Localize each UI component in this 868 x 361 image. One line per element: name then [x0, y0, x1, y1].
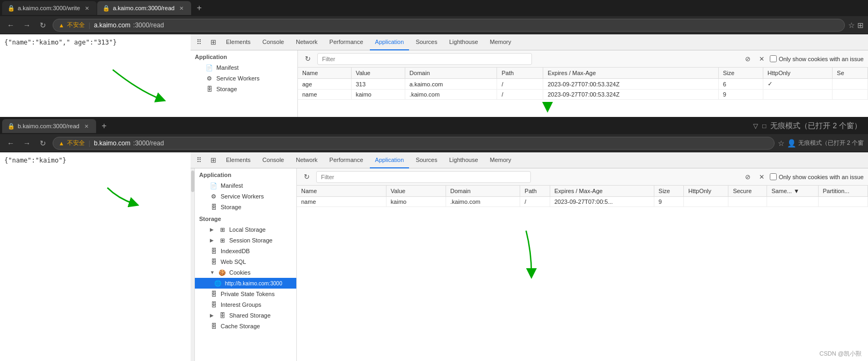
bottom-col-secure[interactable]: Secure	[728, 186, 767, 197]
tab-read-active[interactable]: 🔒 a.kaimo.com:3000/read ✕	[97, 1, 191, 15]
bottom-col-httponly[interactable]: HttpOnly	[684, 186, 728, 197]
tab-elements[interactable]: Elements	[221, 34, 256, 50]
table-row[interactable]: name kaimo .kaimo.com / 2023-09-27T07:00…	[298, 90, 868, 100]
bottom-tab-favicon: 🔒	[8, 123, 15, 130]
bottom-sidebar-storage-main[interactable]: 🗄 Storage	[195, 202, 296, 212]
reload-button[interactable]: ↻	[37, 19, 49, 32]
bottom-session-storage[interactable]: ▶ ⊞ Session Storage	[195, 235, 296, 246]
bottom-tab-lighthouse[interactable]: Lighthouse	[444, 152, 484, 168]
bottom-sidebar-manifest[interactable]: 📄 Manifest	[195, 180, 296, 191]
bottom-tab-network[interactable]: Network	[290, 152, 323, 168]
top-filter-input[interactable]	[317, 53, 532, 65]
tab-network[interactable]: Network	[290, 34, 323, 50]
top-clear-btn[interactable]: ⊘	[742, 53, 754, 65]
bottom-tab-memory[interactable]: Memory	[485, 152, 517, 168]
devtools-icon-2[interactable]: ⊞	[207, 36, 220, 49]
col-size[interactable]: Size	[718, 68, 763, 79]
top-devtools-sidebar: Application 📄 Manifest ⚙ Service Workers…	[191, 50, 298, 117]
bottom-interest-groups[interactable]: 🗄 Interest Groups	[195, 299, 296, 310]
bottom-col-domain[interactable]: Domain	[446, 186, 520, 197]
bottom-cache-storage[interactable]: 🗄 Cache Storage	[195, 321, 296, 331]
bottom-tab-application[interactable]: Application	[370, 152, 410, 168]
table-row[interactable]: name kaimo .kaimo.com / 2023-09-27T07:00…	[297, 197, 868, 207]
bottom-tab-sources[interactable]: Sources	[410, 152, 442, 168]
bottom-tab-console[interactable]: Console	[257, 152, 289, 168]
tab-lighthouse[interactable]: Lighthouse	[444, 34, 484, 50]
bottom-url-bar[interactable]: ▲ 不安全 | b.kaimo.com :3000/read	[53, 137, 775, 150]
bottom-col-path[interactable]: Path	[520, 186, 550, 197]
sidebar-service-workers[interactable]: ⚙ Service Workers	[191, 73, 297, 84]
bottom-close-btn[interactable]: ✕	[756, 171, 768, 183]
back-button[interactable]: ←	[4, 19, 17, 32]
tab-close-read[interactable]: ✕	[177, 4, 186, 12]
new-tab-button[interactable]: +	[192, 1, 207, 16]
table-row[interactable]: age 313 a.kaimo.com / 2023-09-27T07:00:5…	[298, 79, 868, 90]
col-name[interactable]: Name	[298, 68, 351, 79]
tab-write[interactable]: 🔒 a.kaimo.com:3000/write ✕	[2, 1, 97, 15]
window-maximize-icon[interactable]: □	[762, 122, 766, 130]
col-expires[interactable]: Expires / Max-Age	[543, 68, 718, 79]
top-browser-window: 🔒 a.kaimo.com:3000/write ✕ 🔒 a.kaimo.com…	[0, 0, 868, 117]
col-httponly[interactable]: HttpOnly	[763, 68, 832, 79]
tab-console[interactable]: Console	[257, 34, 289, 50]
bottom-page-json: {"name":"kaimo"}	[4, 157, 67, 164]
forward-button[interactable]: →	[20, 19, 33, 32]
col-domain[interactable]: Domain	[405, 68, 497, 79]
bottom-indexeddb[interactable]: 🗄 IndexedDB	[195, 246, 296, 256]
bottom-bookmark-icon[interactable]: ☆	[778, 139, 785, 148]
bottom-col-partition[interactable]: Partition...	[818, 186, 867, 197]
bottom-col-expires[interactable]: Expires / Max-Age	[550, 186, 654, 197]
top-only-show-checkbox[interactable]	[770, 55, 777, 62]
bottom-clear-btn[interactable]: ⊘	[742, 171, 754, 183]
url-bar[interactable]: ▲ 不安全 | a.kaimo.com :3000/read	[53, 19, 845, 32]
bottom-forward-btn[interactable]: →	[20, 137, 33, 150]
extensions-icon[interactable]: ⊞	[857, 21, 864, 30]
tab-application[interactable]: Application	[370, 34, 410, 50]
col-secure[interactable]: Se	[833, 68, 868, 79]
col-path[interactable]: Path	[497, 68, 543, 79]
bottom-tab-performance[interactable]: Performance	[324, 152, 369, 168]
security-icon: ▲	[59, 22, 64, 28]
tab-performance[interactable]: Performance	[324, 34, 369, 50]
bottom-tab-close[interactable]: ✕	[82, 122, 91, 130]
sidebar-storage[interactable]: 🗄 Storage	[191, 84, 297, 94]
service-workers-label: Service Workers	[216, 75, 259, 82]
bottom-filter-input[interactable]	[316, 171, 531, 183]
bottom-new-tab-btn[interactable]: +	[97, 119, 112, 134]
bottom-col-size[interactable]: Size	[654, 186, 683, 197]
bottom-cookie-url[interactable]: 🌐 http://b.kaimo.com:3000	[195, 278, 296, 289]
bottom-security-icon: ▲	[59, 140, 64, 146]
bottom-col-value[interactable]: Value	[386, 186, 446, 197]
bottom-profile-icon[interactable]: 👤	[787, 139, 796, 148]
bottom-cookies[interactable]: ▼ 🍪 Cookies	[195, 267, 296, 278]
top-refresh-btn[interactable]: ↻	[302, 54, 313, 64]
bottom-web-sql[interactable]: 🗄 Web SQL	[195, 256, 296, 267]
bottom-refresh-btn[interactable]: ↻	[301, 172, 312, 182]
devtools-icon-1[interactable]: ⠿	[193, 36, 206, 49]
bottom-back-btn[interactable]: ←	[4, 137, 17, 150]
bottom-only-show-checkbox[interactable]	[770, 173, 777, 180]
bottom-tab-elements[interactable]: Elements	[221, 152, 256, 168]
tab-sources[interactable]: Sources	[410, 34, 442, 50]
bottom-service-workers-label: Service Workers	[221, 193, 264, 200]
tab-close-write[interactable]: ✕	[83, 4, 91, 12]
bottom-devtools-icon-2[interactable]: ⊞	[207, 154, 220, 167]
bottom-private-state-tokens[interactable]: 🗄 Private State Tokens	[195, 289, 296, 299]
bottom-shared-storage[interactable]: ▶ 🗄 Shared Storage	[195, 310, 296, 321]
sidebar-scrollbar[interactable]	[191, 168, 195, 361]
window-minimize-icon[interactable]: ▽	[753, 122, 758, 130]
sidebar-manifest[interactable]: 📄 Manifest	[191, 62, 297, 73]
bookmark-icon[interactable]: ☆	[848, 21, 855, 30]
bottom-reload-btn[interactable]: ↻	[37, 137, 49, 150]
bottom-col-name[interactable]: Name	[297, 186, 386, 197]
top-close-btn[interactable]: ✕	[756, 53, 768, 65]
bottom-devtools-icon-1[interactable]: ⠿	[193, 154, 206, 167]
bottom-sidebar-service-workers[interactable]: ⚙ Service Workers	[195, 191, 296, 202]
tab-memory[interactable]: Memory	[485, 34, 517, 50]
col-value[interactable]: Value	[351, 68, 405, 79]
session-storage-label: Session Storage	[229, 237, 273, 244]
bottom-only-show-label: Only show cookies with an issue	[779, 174, 864, 180]
bottom-local-storage[interactable]: ▶ ⊞ Local Storage	[195, 224, 296, 235]
bottom-tab-read[interactable]: 🔒 b.kaimo.com:3000/read ✕	[2, 119, 96, 133]
bottom-col-same[interactable]: Same... ▼	[767, 186, 818, 197]
